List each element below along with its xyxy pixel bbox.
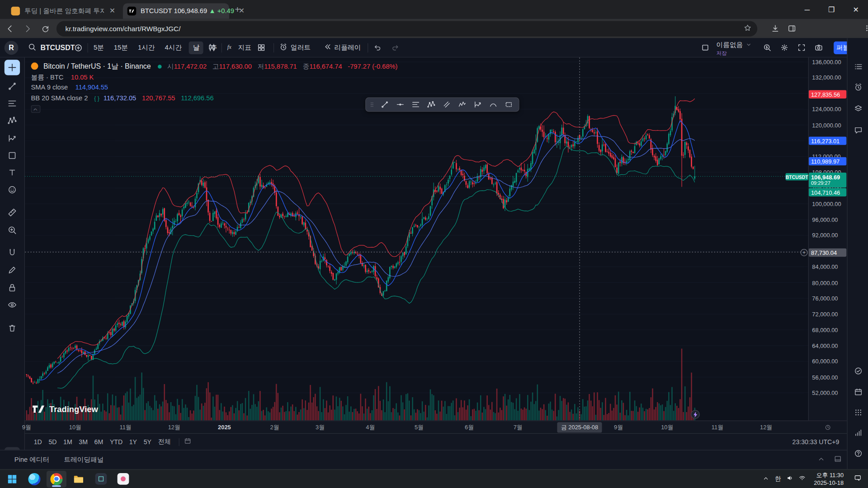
taskbar-chrome-icon[interactable] — [47, 470, 66, 487]
new-tab-button[interactable]: + — [235, 5, 240, 15]
browser-tab-1[interactable]: 투딩 | 올바른 암호화폐 투자의 ✕ — [7, 3, 121, 19]
time-axis[interactable]: 9월10월11월12월20252월3월4월5월6월7월9월10월11월12월 금… — [25, 421, 847, 433]
text-tool-icon[interactable] — [5, 165, 20, 180]
horizontal-line-icon[interactable] — [392, 99, 408, 111]
range-3M[interactable]: 3M — [75, 438, 91, 445]
range-1M[interactable]: 1M — [60, 438, 75, 445]
quick-search-icon[interactable] — [763, 38, 772, 57]
fib-tool-icon[interactable] — [5, 96, 20, 111]
taskbar-explorer-icon[interactable] — [69, 470, 89, 487]
forward-button[interactable] — [20, 21, 35, 36]
tab1-close-icon[interactable]: ✕ — [108, 7, 117, 16]
range-1Y[interactable]: 1Y — [126, 438, 140, 445]
goto-date-icon[interactable] — [184, 437, 191, 447]
tv-user-avatar[interactable]: R — [5, 38, 19, 57]
watchlist-icon[interactable] — [852, 60, 864, 72]
delete-tool-icon[interactable] — [5, 320, 20, 336]
taskbar-app-icon-1[interactable] — [91, 470, 111, 487]
browser-tab-2[interactable]: BTCUSDT 106,948.69 ▲ +0.49 ✕ — [123, 3, 229, 19]
settings-gear-icon[interactable] — [780, 38, 789, 57]
bookmark-star-icon[interactable] — [743, 24, 751, 34]
tab-pine-editor[interactable]: Pine 에디터 — [14, 455, 50, 465]
xabcd-pattern-icon[interactable] — [424, 99, 439, 111]
multichart-layout-icon[interactable] — [701, 38, 710, 57]
reload-button[interactable] — [38, 21, 53, 36]
apps-grid-icon[interactable] — [852, 406, 864, 418]
downloads-icon[interactable] — [767, 20, 783, 36]
window-minimize-button[interactable]: ─ — [795, 0, 819, 19]
elliott-wave-icon[interactable] — [454, 99, 470, 111]
fib-retracement-icon[interactable] — [408, 99, 423, 111]
chart-style-icon[interactable] — [207, 38, 217, 57]
price-chart[interactable] — [25, 57, 808, 420]
indicators-button[interactable]: fx 지표 — [226, 38, 251, 57]
fullscreen-icon[interactable] — [797, 38, 806, 57]
browser-menu-icon[interactable] — [859, 20, 868, 36]
range-5D[interactable]: 5D — [45, 438, 60, 445]
calendar-icon[interactable] — [852, 385, 864, 398]
layout-templates-icon[interactable] — [257, 38, 266, 57]
interval-5분[interactable]: 5분 — [91, 43, 107, 52]
pattern-tool-icon[interactable] — [5, 113, 20, 128]
forecast-tool-icon[interactable] — [5, 131, 20, 146]
lock-tool-icon[interactable] — [5, 280, 20, 296]
bb-legend-row[interactable]: BB 20 SMA close 2 { } 116,732.05 120,767… — [31, 94, 214, 102]
alerts-icon[interactable] — [852, 81, 864, 93]
network-icon[interactable] — [796, 474, 808, 484]
interval-4시간[interactable]: 4시간 — [162, 43, 184, 52]
symbol-legend-row[interactable]: Bitcoin / TetherUS · 1날 · Binance 시117,4… — [31, 61, 398, 71]
window-close-button[interactable]: ✕ — [844, 0, 868, 19]
volume-legend-row[interactable]: 볼륨 · BTC 10.05 K — [31, 73, 94, 83]
chat-icon[interactable] — [852, 124, 864, 136]
layers-icon[interactable] — [852, 103, 864, 115]
curve-icon[interactable] — [486, 99, 501, 111]
volume-icon[interactable] — [784, 474, 796, 484]
compare-add-icon[interactable] — [74, 38, 83, 57]
panel-expand-chevron-icon[interactable] — [817, 455, 825, 465]
shapes-tool-icon[interactable] — [5, 148, 20, 163]
timezone-clock-icon[interactable] — [824, 423, 831, 433]
scroll-to-realtime-button[interactable] — [691, 410, 700, 419]
range-전체[interactable]: 전체 — [155, 438, 174, 446]
layout-name-menu[interactable]: 이름없음 저장 — [716, 40, 752, 57]
abcd-pattern-icon[interactable] — [470, 99, 486, 111]
rectangle-icon[interactable] — [501, 99, 516, 111]
trend-line-icon[interactable] — [377, 99, 392, 111]
zoom-tool-icon[interactable] — [5, 222, 20, 238]
taskbar-clock[interactable]: 오후 11:30 2025-10-18 — [814, 472, 844, 486]
hide-tool-icon[interactable] — [5, 297, 20, 313]
replay-button[interactable]: 리플레이 — [323, 38, 361, 57]
emoji-tool-icon[interactable] — [5, 182, 20, 197]
range-6M[interactable]: 6M — [91, 438, 106, 445]
undo-icon[interactable] — [373, 38, 382, 57]
window-maximize-button[interactable]: ❐ — [819, 0, 844, 19]
tab-trading-panel[interactable]: 트레이딩패널 — [64, 455, 104, 465]
interval-chevron-icon[interactable] — [192, 38, 199, 57]
side-panel-icon[interactable] — [784, 20, 799, 36]
signal-icon[interactable] — [852, 427, 864, 439]
draw-tool-icon[interactable] — [5, 262, 20, 277]
ime-indicator[interactable]: 한 — [772, 475, 784, 483]
clock-utc[interactable]: 23:30:33 UTC+9 — [793, 438, 840, 445]
interval-1시간[interactable]: 1시간 — [135, 43, 158, 52]
sma-legend-row[interactable]: SMA 9 close 114,904.55 — [31, 84, 108, 91]
taskbar-edge-icon[interactable] — [24, 470, 44, 487]
notification-center-icon[interactable] — [849, 474, 866, 484]
floating-drawing-toolbar[interactable] — [365, 98, 519, 112]
crosshair-tool-icon[interactable] — [5, 60, 20, 75]
start-button[interactable] — [2, 470, 22, 487]
help-icon[interactable] — [852, 447, 864, 459]
back-button[interactable] — [2, 21, 18, 36]
drag-handle-icon[interactable] — [368, 99, 376, 111]
check-circle-icon[interactable] — [852, 365, 864, 377]
alert-button[interactable]: 얼러트 — [279, 38, 311, 57]
snapshot-camera-icon[interactable] — [814, 38, 823, 57]
range-1D[interactable]: 1D — [30, 438, 45, 445]
taskbar-app-icon-2[interactable] — [113, 470, 133, 487]
redo-icon[interactable] — [391, 38, 400, 57]
symbol-search-button[interactable]: BTCUSDT — [28, 38, 75, 57]
price-axis[interactable]: 136,000.00132,000.00128,000.00124,000.00… — [808, 57, 847, 420]
address-bar[interactable]: kr.tradingview.com/chart/RWBgxJGC/ — [57, 21, 757, 37]
range-5Y[interactable]: 5Y — [140, 438, 155, 445]
measure-tool-icon[interactable] — [5, 205, 20, 220]
